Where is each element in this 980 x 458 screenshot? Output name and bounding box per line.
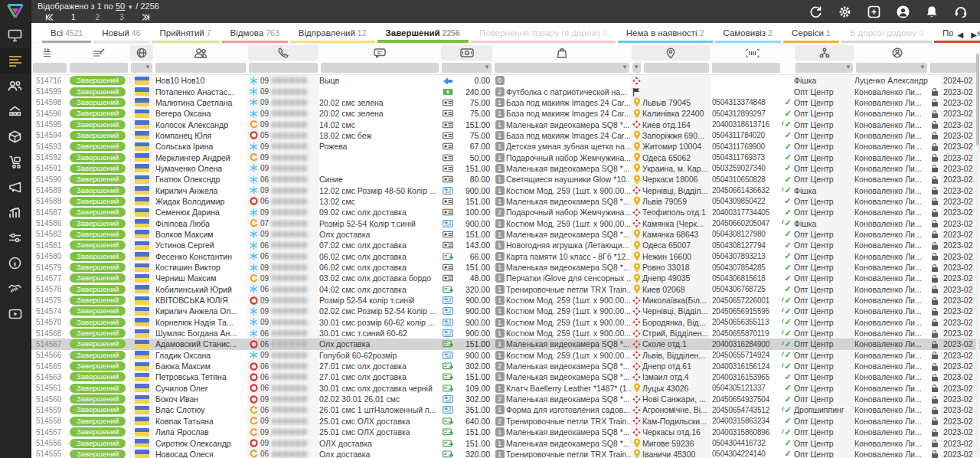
order-row[interactable]: 514595ЗавершенийКолосок Александр0914.02… bbox=[31, 119, 980, 129]
delivery-filter-select[interactable]: ▼ bbox=[632, 63, 641, 73]
id-filter-input[interactable] bbox=[33, 63, 67, 73]
sidebar-item-settings[interactable] bbox=[0, 225, 31, 250]
sidebar-item-products[interactable] bbox=[0, 124, 31, 149]
tab-1[interactable]: Всі4521 bbox=[42, 25, 91, 43]
order-row[interactable]: 514598ЗавершенийМалютина Светлана0920.02… bbox=[31, 97, 980, 108]
type-filter-select[interactable]: ▼ bbox=[795, 63, 853, 73]
sidebar-item-partners[interactable] bbox=[0, 276, 31, 301]
add-order-button[interactable] bbox=[859, 0, 888, 23]
order-row[interactable]: 514716ЗавершенийНов10 Нов1009Выцв0.000Фі… bbox=[31, 75, 980, 86]
order-row[interactable]: 514580ЗавершенийФесенко Константин0606.0… bbox=[31, 251, 980, 262]
order-row[interactable]: 514560ЗавершенийБокоч Иван0902.02 30.01 … bbox=[31, 394, 980, 404]
order-row[interactable]: 514587ЗавершенийСеменюк Дарина0909.02 см… bbox=[31, 207, 980, 218]
tab-5[interactable]: Відправлений12 bbox=[290, 25, 375, 43]
tab-9[interactable]: Самовивіз2 bbox=[715, 25, 781, 43]
location-column-header[interactable] bbox=[632, 45, 710, 61]
page-2[interactable]: 2 bbox=[86, 13, 110, 21]
date-column-header[interactable] bbox=[941, 45, 979, 61]
sidebar-item-franchise[interactable] bbox=[0, 99, 31, 124]
comment-column-header[interactable] bbox=[320, 45, 439, 61]
order-row[interactable]: 514596ЗавершенийВегера Оксана0920.02 смс… bbox=[31, 108, 980, 119]
payment-filter-select[interactable]: ▼ bbox=[442, 63, 492, 73]
order-row[interactable]: 514563ЗавершенийПетровська Тетяна0627.01… bbox=[31, 371, 980, 382]
order-row[interactable]: 514570ЗавершенийКорнелюк Надія Та...0930… bbox=[31, 317, 980, 328]
tabs-scroll-right-icon[interactable]: ▶ bbox=[971, 31, 977, 39]
order-row[interactable]: 514593ЗавершенийСольська Ірина09Рожева67… bbox=[31, 141, 980, 152]
ttn-column-header[interactable] bbox=[711, 45, 793, 61]
manager-filter-select[interactable]: ▼ bbox=[856, 63, 927, 73]
tab-8[interactable]: Нема в наявності2 bbox=[618, 25, 713, 43]
sidebar-item-statistics[interactable] bbox=[0, 200, 31, 225]
source-filter-select[interactable]: ▼ bbox=[131, 63, 152, 73]
sidebar-item-procurement[interactable] bbox=[0, 149, 31, 175]
payment-column-header[interactable] bbox=[441, 45, 492, 61]
order-row[interactable]: 514565ЗавершенийБаюка Максим0627.01 смс … bbox=[31, 361, 980, 371]
product-column-header[interactable] bbox=[494, 45, 630, 61]
page-1[interactable]: 1 bbox=[61, 13, 86, 21]
tab-11[interactable]: В дорозі додому0 bbox=[841, 25, 932, 43]
notifications-button[interactable] bbox=[917, 0, 946, 23]
tab-7[interactable]: Повернення товару (в дорозі)0 bbox=[471, 25, 616, 43]
refresh-button[interactable] bbox=[801, 0, 830, 23]
sidebar-item-marketing[interactable] bbox=[0, 175, 31, 200]
date-filter-input[interactable] bbox=[930, 63, 978, 73]
app-logo-icon[interactable] bbox=[0, 0, 31, 23]
order-row[interactable]: 514589ЗавершенийКирилич Анжела0912.02 см… bbox=[31, 185, 980, 195]
order-row[interactable]: 514556ЗавершенийСиротюк Олександр09ОЛХ д… bbox=[31, 437, 980, 448]
sidebar-item-info[interactable] bbox=[0, 250, 31, 276]
customer-filter-input[interactable] bbox=[155, 63, 246, 73]
order-row[interactable]: 514574ЗавершенийКирилич Анжела Ол...0902… bbox=[31, 306, 980, 316]
id-column-header[interactable] bbox=[32, 45, 67, 61]
order-row[interactable]: 514567ЗавершенийАдамовский Станис...06Ол… bbox=[31, 339, 980, 349]
order-row[interactable]: 514579ЗавершенийКостишин Виктор0906.02 с… bbox=[31, 262, 980, 273]
order-row[interactable]: 514591ЗавершенийЧумаченко Олена09151.001… bbox=[31, 163, 980, 174]
order-row[interactable]: 514568ЗавершенийШумляс Богдана Ан...0630… bbox=[31, 328, 980, 339]
sidebar-item-clients[interactable] bbox=[0, 74, 31, 99]
order-row[interactable]: 514590ЗавершенийГнатюк Олексндр06Синие80… bbox=[31, 174, 980, 185]
product-filter-select[interactable]: ▼ bbox=[495, 63, 629, 73]
order-row[interactable]: 514576ЗавершенийКобилинський Юрий0604.02… bbox=[31, 284, 980, 295]
tab-2[interactable]: Новый46 bbox=[93, 25, 149, 43]
sidebar-item-orders[interactable] bbox=[0, 48, 31, 74]
order-row[interactable]: 514577ЗавершенийЧерниш Максим0903.02 смс… bbox=[31, 273, 980, 283]
order-row[interactable]: 514594ЗавершенийКомпанец Юля0518.02 смс … bbox=[31, 130, 980, 141]
settings-button[interactable] bbox=[830, 0, 859, 23]
order-row[interactable]: 514555ЗавершенийНовосад Олеся06Олх доста… bbox=[31, 449, 980, 458]
manager-column-header[interactable] bbox=[855, 45, 939, 61]
page-3[interactable]: 3 bbox=[109, 13, 134, 21]
order-row[interactable]: 514566ЗавершенийГладик Оксана09Голубой 6… bbox=[31, 350, 980, 361]
sidebar-item-tutorials[interactable] bbox=[0, 301, 31, 326]
customer-column-header[interactable] bbox=[155, 45, 247, 61]
order-row[interactable]: 514557ЗавершенийЛила Ярослав0925.01 смс … bbox=[31, 427, 980, 437]
order-row[interactable]: 514599ЗавершенийПотапенко Анастас...0924… bbox=[31, 86, 980, 97]
order-row[interactable]: 514561ЗавершенийСучилов Олег0630.01 смс … bbox=[31, 383, 980, 394]
tab-10[interactable]: Сервіси1 bbox=[783, 25, 839, 43]
phone-column-header[interactable] bbox=[248, 45, 318, 61]
phone-filter-input[interactable] bbox=[249, 63, 318, 73]
tab-4[interactable]: Відмова763 bbox=[222, 25, 288, 43]
last-page-button[interactable] bbox=[134, 14, 158, 21]
city-filter-input[interactable] bbox=[644, 63, 709, 73]
type-column-header[interactable] bbox=[795, 45, 854, 61]
order-row[interactable]: 514592ЗавершенийМерклингер Андрей0950.00… bbox=[31, 152, 980, 162]
tab-3[interactable]: Прийнятий7 bbox=[152, 25, 220, 43]
support-button[interactable] bbox=[946, 0, 975, 23]
scrollbar-thumb[interactable] bbox=[976, 54, 979, 146]
order-row[interactable]: 514582ЗавершенийВолков Максим09Олх доста… bbox=[31, 229, 980, 240]
order-row[interactable]: 514575ЗавершенийКВІТОВСЬКА ЮЛІЯ09Розмір … bbox=[31, 295, 980, 306]
per-page-dropdown[interactable]: 50 bbox=[116, 2, 125, 11]
tab-6[interactable]: Завершений2256 bbox=[377, 25, 469, 43]
source-column-header[interactable] bbox=[130, 45, 153, 61]
order-row[interactable]: 514588ЗавершенийЖидак Володимир0613.02 с… bbox=[31, 196, 980, 207]
tabs-scroll-left-icon[interactable]: ◀ bbox=[958, 31, 964, 39]
status-filter-input[interactable] bbox=[70, 63, 128, 73]
sidebar-item-dashboard[interactable] bbox=[0, 23, 31, 48]
first-page-button[interactable] bbox=[38, 14, 61, 21]
comment-filter-input[interactable] bbox=[321, 63, 439, 73]
ttn-filter-input[interactable] bbox=[712, 63, 780, 73]
vertical-scrollbar[interactable] bbox=[976, 54, 979, 455]
order-row[interactable]: 514581ЗавершенийУстинов Сергей0607.02 см… bbox=[31, 240, 980, 250]
order-row[interactable]: 514559ЗавершенийВлас Слотюу0626.01 смс 1… bbox=[31, 404, 980, 415]
profile-button[interactable] bbox=[888, 0, 917, 23]
order-row[interactable]: 514586ЗавершенийФіліпова Люба07Розмір 52… bbox=[31, 218, 980, 228]
